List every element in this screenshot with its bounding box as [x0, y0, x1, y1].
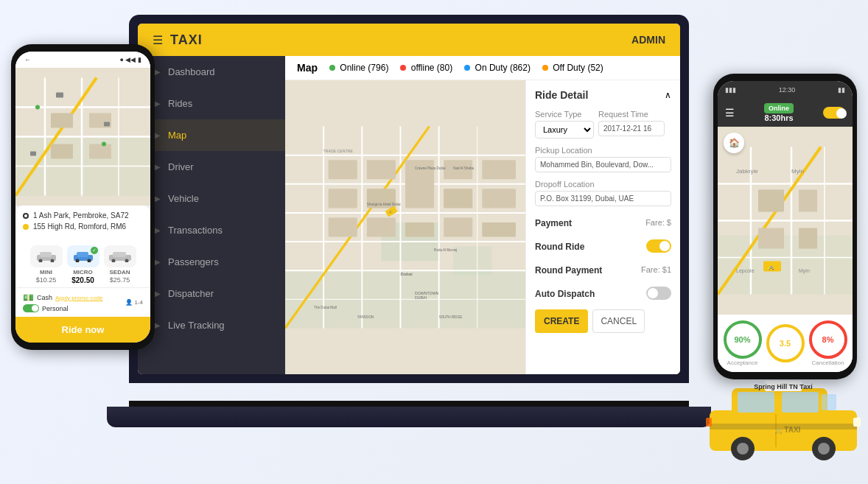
svg-text:SOUTH RIDGE: SOUTH RIDGE: [439, 315, 463, 319]
home-button[interactable]: 🏠: [724, 133, 744, 153]
sidebar-item-rides[interactable]: ▶ Rides: [138, 88, 285, 119]
svg-text:Jabkryle: Jabkryle: [736, 168, 758, 175]
svg-rect-105: [853, 418, 861, 427]
back-icon[interactable]: ←: [24, 56, 31, 63]
sidebar-arrow-icon: ▶: [155, 290, 161, 298]
online-toggle[interactable]: [823, 107, 845, 119]
svg-rect-56: [56, 93, 63, 98]
sidebar-item-dashboard[interactable]: ▶ Dashboard: [138, 56, 285, 88]
svg-rect-24: [367, 217, 396, 236]
sedan-car-name: SEDAN: [109, 269, 130, 276]
auto-dispatch-row: Auto Dispatch: [535, 284, 671, 302]
svg-rect-28: [482, 189, 516, 208]
online-badge: Online: [764, 103, 794, 113]
pickup-input[interactable]: [535, 157, 671, 172]
map-bar-title: Map: [297, 62, 318, 74]
sedan-car-icon: [104, 245, 136, 267]
svg-rect-58: [30, 152, 36, 156]
laptop-base: [107, 407, 711, 427]
svg-rect-106: [706, 418, 712, 427]
sidebar-item-transactions[interactable]: ▶ Transactions: [138, 214, 285, 246]
sidebar-item-map[interactable]: ▶ Map: [138, 119, 285, 151]
svg-text:Dubai: Dubai: [400, 272, 413, 276]
sidebar-item-driver[interactable]: ▶ Driver: [138, 151, 285, 183]
round-payment-row: Round Payment Fare: $1: [535, 261, 671, 278]
sidebar-item-label: Transactions: [168, 225, 223, 236]
round-ride-row: Round Ride: [535, 237, 671, 255]
ride-now-button[interactable]: Ride now: [15, 317, 150, 343]
svg-text:DOWNTOWN: DOWNTOWN: [415, 291, 439, 295]
ride-panel-title: Ride Detail: [535, 89, 588, 101]
offline-dot: [400, 65, 406, 71]
auto-dispatch-toggle[interactable]: [646, 287, 671, 300]
svg-point-101: [818, 443, 830, 455]
request-time-input[interactable]: [598, 121, 665, 136]
sidebar-item-label: Vehicle: [168, 193, 199, 204]
sidebar-item-dispatcher[interactable]: ▶ Dispatcher: [138, 278, 285, 309]
promo-link[interactable]: Apply promo code: [55, 295, 102, 301]
svg-rect-25: [405, 222, 434, 237]
hamburger-icon[interactable]: ☰: [153, 33, 163, 47]
create-button[interactable]: CREATE: [535, 309, 588, 333]
personal-toggle[interactable]: [23, 304, 39, 312]
svg-rect-62: [40, 252, 52, 257]
svg-rect-85: [799, 228, 817, 249]
sidebar-item-passengers[interactable]: ▶ Passengers: [138, 246, 285, 278]
svg-rect-70: [113, 252, 126, 257]
svg-rect-84: [758, 228, 784, 249]
round-ride-toggle[interactable]: [646, 239, 671, 253]
sidebar-item-vehicle[interactable]: ▶ Vehicle: [138, 183, 285, 214]
laptop-screen: ☰ TAXI ADMIN ▶ Dashboard ▶ Rides: [138, 24, 680, 374]
acceptance-value: 90%: [734, 335, 750, 344]
service-type-select[interactable]: Laxury Economy: [535, 121, 594, 138]
sidebar-arrow-icon: ▶: [155, 99, 161, 108]
admin-label: ADMIN: [631, 34, 665, 46]
off-duty-status: Off Duty (52): [542, 63, 603, 73]
phone-map-area: [15, 68, 150, 206]
request-time-group: Request Time: [598, 110, 665, 138]
svg-rect-82: [758, 190, 784, 212]
phone-left: ← ● ◀◀ ▮: [11, 44, 155, 350]
phone-left-inner: ← ● ◀◀ ▮: [15, 52, 150, 343]
svg-rect-22: [444, 189, 472, 208]
cancel-button[interactable]: CANCEL: [592, 309, 645, 333]
map-and-panel: TRADE CENTRE Crowne Plaza Dubai Nad Al S…: [285, 80, 680, 374]
car-option-mini[interactable]: MINI $10.25: [30, 245, 63, 284]
phone-status-icons: ● ◀◀ ▮: [120, 56, 141, 63]
svg-rect-26: [444, 217, 472, 236]
right-header: ☰ Online 8:30hrs: [718, 99, 853, 127]
sidebar-arrow-icon: ▶: [155, 321, 161, 329]
address2-text: 155 High Rd, Romford, RM6: [33, 222, 126, 231]
app-header-left: ☰ TAXI: [153, 32, 203, 48]
sidebar-item-live-tracking[interactable]: ▶ Live Tracking: [138, 309, 285, 341]
svg-rect-94: [738, 392, 774, 413]
dropoff-field: Dropoff Location: [535, 180, 671, 206]
acceptance-stat: 90%: [724, 320, 762, 359]
map-area: TRADE CENTRE Crowne Plaza Dubai Nad Al S…: [285, 80, 525, 374]
svg-rect-55: [89, 144, 111, 159]
laptop-screen-border: ☰ TAXI ADMIN ▶ Dashboard ▶ Rides: [129, 15, 689, 383]
ride-panel: Ride Detail ∧ Service Type Laxury: [525, 80, 680, 374]
sidebar-item-label: Dispatcher: [168, 288, 214, 299]
sidebar-arrow-icon: ▶: [155, 194, 161, 203]
car-option-sedan[interactable]: SEDAN $25.75: [104, 245, 136, 284]
right-stats-bar: 90% Acceptance 3.5 8% Cancellation: [718, 315, 853, 372]
selected-check-icon: ✓: [91, 247, 98, 254]
svg-text:🚕: 🚕: [768, 264, 774, 270]
payment-row: Payment Fare: $: [535, 214, 671, 231]
menu-icon[interactable]: ☰: [725, 107, 735, 119]
time-display: 8:30hrs: [764, 113, 793, 122]
taxi-car: Spring Hill TN Taxi 🚕 TAXI: [702, 373, 864, 462]
car-option-micro[interactable]: ✓ MICRO $20.50: [67, 245, 99, 284]
cancellation-stat: 8%: [809, 320, 847, 359]
sidebar-item-label: Rides: [168, 98, 192, 109]
svg-text:Myln: Myln: [791, 168, 804, 175]
dropoff-input[interactable]: [535, 191, 671, 206]
main-content: Map Online (796) offline (80) On Duty (8…: [285, 56, 680, 374]
round-payment-label: Round Payment: [535, 265, 602, 276]
auto-dispatch-label: Auto Dispatch: [535, 289, 595, 299]
sidebar-item-label: Live Tracking: [168, 320, 225, 331]
svg-rect-18: [329, 189, 357, 208]
sidebar-item-label: Passengers: [168, 256, 219, 267]
collapse-icon[interactable]: ∧: [665, 90, 671, 100]
